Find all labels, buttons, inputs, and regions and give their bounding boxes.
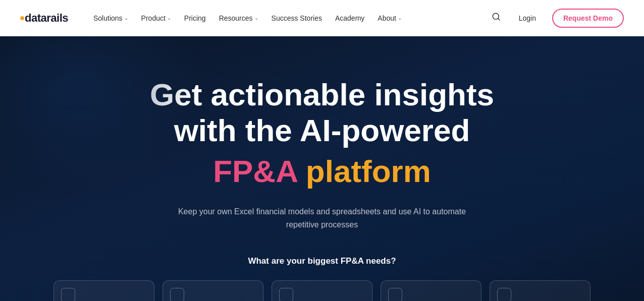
platform-text: platform (306, 154, 431, 189)
card-5[interactable] (490, 280, 591, 301)
nav-label-product: Product (141, 14, 166, 22)
login-button[interactable]: Login (513, 10, 542, 26)
hero-question: What are your biggest FP&A needs? (248, 256, 396, 266)
search-icon[interactable] (490, 10, 503, 26)
chevron-down-icon: ⌄ (124, 15, 128, 21)
nav-right: Login Request Demo (490, 9, 624, 28)
logo[interactable]: datarails (20, 12, 68, 25)
card-icon-1 (61, 288, 75, 301)
card-1[interactable] (53, 280, 154, 301)
request-demo-button[interactable]: Request Demo (552, 9, 624, 28)
logo-text: datarails (25, 12, 68, 25)
card-icon-2 (170, 288, 184, 301)
nav-item-success-stories[interactable]: Success Stories (266, 10, 327, 26)
nav-label-academy: Academy (335, 14, 364, 22)
chevron-down-icon: ⌄ (398, 15, 402, 21)
navbar: datarails Solutions ⌄ Product ⌄ Pricing … (0, 0, 644, 36)
card-2[interactable] (163, 280, 263, 301)
nav-item-solutions[interactable]: Solutions ⌄ (88, 10, 133, 26)
nav-item-resources[interactable]: Resources ⌄ (214, 10, 263, 26)
nav-item-product[interactable]: Product ⌄ (136, 10, 176, 26)
svg-line-1 (498, 18, 499, 20)
nav-links: Solutions ⌄ Product ⌄ Pricing Resources … (88, 10, 490, 26)
nav-item-about[interactable]: About ⌄ (372, 10, 407, 26)
nav-label-solutions: Solutions (93, 14, 123, 22)
hero-title-line1: Get actionable insights with the AI-powe… (150, 77, 494, 149)
chevron-down-icon: ⌄ (254, 15, 258, 21)
nav-label-success-stories: Success Stories (272, 14, 322, 22)
card-icon-4 (388, 288, 402, 301)
card-3[interactable] (272, 280, 372, 301)
nav-item-pricing[interactable]: Pricing (179, 10, 211, 26)
card-4[interactable] (381, 280, 481, 301)
nav-label-about: About (378, 14, 396, 22)
card-icon-3 (279, 288, 293, 301)
hero-section: Get actionable insights with the AI-powe… (0, 36, 644, 301)
fpa-text: FP&A (213, 154, 297, 189)
nav-label-pricing: Pricing (184, 14, 206, 22)
cards-row (44, 280, 600, 301)
hero-highlight-line: FP&A platform (213, 153, 431, 190)
nav-label-resources: Resources (219, 14, 253, 22)
hero-subtitle: Keep your own Excel financial models and… (171, 205, 473, 231)
chevron-down-icon: ⌄ (167, 15, 171, 21)
card-icon-5 (497, 288, 511, 301)
nav-item-academy[interactable]: Academy (330, 10, 369, 26)
logo-dot-icon (20, 16, 24, 20)
